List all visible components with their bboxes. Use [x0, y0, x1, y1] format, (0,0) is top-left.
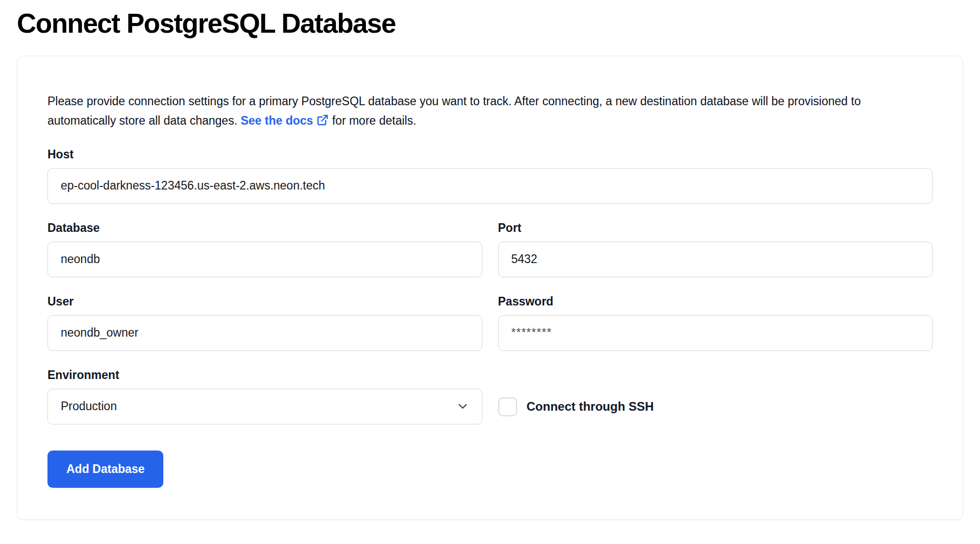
see-the-docs-link[interactable]: See the docs	[240, 114, 329, 127]
page-title: Connect PostgreSQL Database	[17, 8, 963, 39]
host-row: Host	[47, 147, 933, 204]
password-input[interactable]	[498, 315, 933, 351]
user-password-row: User Password	[47, 294, 933, 351]
host-label: Host	[47, 147, 933, 161]
ssh-checkbox[interactable]	[498, 397, 517, 416]
port-label: Port	[498, 221, 933, 235]
environment-label: Environment	[47, 368, 482, 382]
description: Please provide connection settings for a…	[47, 91, 933, 130]
see-the-docs-label: See the docs	[240, 114, 313, 127]
database-field-group: Database	[47, 221, 482, 277]
port-field-group: Port	[498, 221, 933, 277]
host-input[interactable]	[47, 168, 933, 204]
user-field-group: User	[47, 294, 482, 351]
environment-selected-value: Production	[61, 399, 117, 413]
environment-ssh-row: Environment Production Connect through S…	[47, 368, 933, 424]
host-field-group: Host	[47, 147, 933, 204]
chevron-down-icon	[456, 399, 470, 413]
user-input[interactable]	[47, 315, 482, 351]
database-port-row: Database Port	[47, 221, 933, 277]
password-field-group: Password	[498, 294, 933, 351]
environment-select[interactable]: Production	[47, 389, 482, 424]
port-input[interactable]	[498, 242, 933, 277]
add-database-button[interactable]: Add Database	[47, 451, 163, 488]
database-input[interactable]	[47, 242, 482, 277]
ssh-option: Connect through SSH	[498, 397, 933, 416]
ssh-checkbox-label[interactable]: Connect through SSH	[527, 399, 654, 414]
external-link-icon	[316, 114, 329, 126]
user-label: User	[47, 294, 482, 309]
description-text-after: for more details.	[329, 114, 416, 127]
page: Connect PostgreSQL Database Please provi…	[0, 8, 980, 520]
database-label: Database	[47, 221, 482, 235]
connection-form-card: Please provide connection settings for a…	[17, 56, 963, 520]
description-text-before: Please provide connection settings for a…	[47, 94, 861, 127]
password-label: Password	[498, 294, 933, 309]
environment-field-group: Environment Production	[47, 368, 482, 424]
